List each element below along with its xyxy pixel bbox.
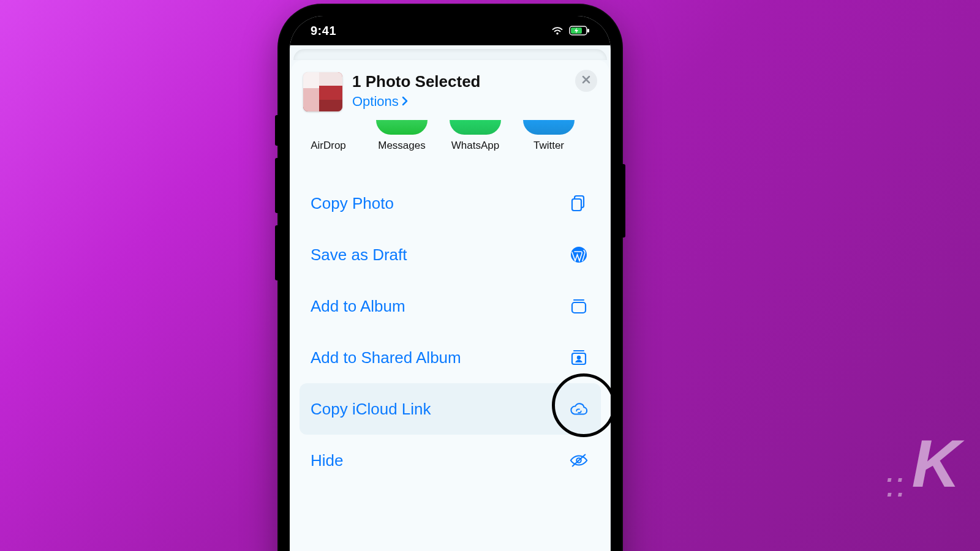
sheet-backdrop [293,49,607,60]
action-add-to-album[interactable]: Add to Album [300,280,601,332]
share-sheet: 1 Photo Selected Options [291,60,609,551]
watermark-logo: ∙∙∙∙ K [886,424,957,502]
volume-up-button [275,158,279,213]
airdrop-icon [303,120,354,135]
action-label: Copy Photo [311,194,394,213]
share-target-label: Messages [378,140,425,152]
status-time: 9:41 [311,24,336,38]
action-save-as-draft[interactable]: Save as Draft [300,229,601,280]
svg-rect-6 [572,302,586,313]
mute-switch [275,115,279,146]
eye-slash-icon [568,449,590,471]
actions-list: Copy Photo Save as Draft Add to Album [291,160,609,486]
photo-thumbnail[interactable] [303,72,342,111]
watermark-dots: ∙∙∙∙ [886,473,907,502]
svg-rect-4 [572,199,581,211]
watermark-letter: K [912,424,957,502]
svg-point-8 [577,356,581,359]
sheet-title: 1 Photo Selected [352,72,481,91]
action-label: Add to Album [311,297,405,316]
action-label: Copy iCloud Link [311,400,431,419]
cloud-link-icon [568,398,590,420]
action-label: Hide [311,451,343,470]
action-add-to-shared-album[interactable]: Add to Shared Album [300,332,601,383]
options-link-label: Options [352,94,399,110]
phone-screen: 9:41 [290,16,611,551]
share-target-label: WhatsApp [451,140,499,152]
shared-album-icon [568,347,590,369]
action-label: Add to Shared Album [311,348,461,367]
share-target-airdrop[interactable]: AirDrop [304,120,352,152]
action-copy-photo[interactable]: Copy Photo [300,178,601,229]
album-icon [568,295,590,317]
options-link[interactable]: Options [352,94,409,110]
share-target-whatsapp[interactable]: WhatsApp [451,120,499,152]
share-target-messages[interactable]: Messages [378,120,426,152]
share-target-label: AirDrop [311,140,346,152]
share-targets-row[interactable]: AirDrop Messages WhatsApp Twitter [291,116,609,160]
wifi-icon [551,26,564,36]
action-hide[interactable]: Hide [300,435,601,486]
close-button[interactable] [575,70,597,92]
chevron-right-icon [401,94,409,110]
wordpress-icon [568,244,590,266]
share-target-twitter[interactable]: Twitter [525,120,573,152]
close-icon [581,75,591,87]
share-sheet-header: 1 Photo Selected Options [291,60,609,116]
whatsapp-icon [450,120,501,135]
phone-device-frame: 9:41 [279,5,622,551]
svg-rect-2 [587,29,589,32]
action-label: Save as Draft [311,246,407,264]
volume-down-button [275,225,279,280]
notch [374,16,527,39]
share-target-label: Twitter [533,140,564,152]
twitter-icon [523,120,575,135]
power-button [622,164,625,238]
messages-icon [376,120,428,135]
battery-charging-icon [569,26,590,36]
action-copy-icloud-link[interactable]: Copy iCloud Link [300,383,601,435]
copy-icon [568,192,590,214]
